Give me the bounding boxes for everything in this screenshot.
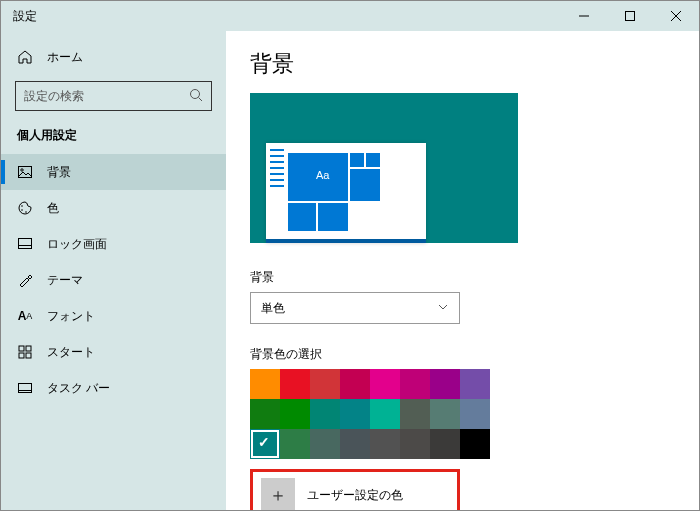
color-swatch[interactable] [340,429,370,459]
start-icon [17,344,33,360]
color-swatch[interactable] [460,429,490,459]
nav-item-label: タスク バー [47,380,110,397]
nav-item-label: テーマ [47,272,83,289]
swatch-label: 背景色の選択 [250,346,675,363]
color-swatch[interactable] [460,369,490,399]
color-swatch[interactable] [370,369,400,399]
color-swatch[interactable] [340,399,370,429]
close-button[interactable] [653,1,699,31]
nav-item-3[interactable]: テーマ [1,262,226,298]
color-swatch[interactable] [280,399,310,429]
svg-point-9 [21,209,23,211]
section-title: 個人用設定 [1,123,226,154]
svg-rect-12 [19,246,32,249]
color-swatch[interactable] [370,399,400,429]
svg-rect-17 [19,384,32,393]
color-swatch[interactable] [310,429,340,459]
nav-item-label: フォント [47,308,95,325]
color-swatch[interactable] [310,369,340,399]
nav-item-label: スタート [47,344,95,361]
svg-point-7 [21,169,23,171]
main-content: 背景 Aa 背景 単色 背景色の選択 [226,31,699,510]
color-swatch[interactable] [460,399,490,429]
home-label: ホーム [47,49,83,66]
window-title: 設定 [13,8,561,25]
search-icon [189,88,203,105]
color-swatch[interactable] [400,429,430,459]
background-preview: Aa [250,93,518,243]
nav-item-6[interactable]: タスク バー [1,370,226,406]
color-swatch[interactable] [250,429,280,459]
color-swatch[interactable] [250,369,280,399]
svg-rect-14 [26,346,31,351]
nav-item-label: ロック画面 [47,236,107,253]
picture-icon [17,164,33,180]
preview-sample-window: Aa [266,143,426,243]
svg-rect-1 [626,12,635,21]
color-swatch[interactable] [280,429,310,459]
color-swatch[interactable] [370,429,400,459]
sidebar: ホーム 設定の検索 個人用設定 背景色ロック画面テーマAAフォントスタートタスク… [1,31,226,510]
svg-rect-13 [19,346,24,351]
custom-color-row: ＋ ユーザー設定の色 [250,469,460,510]
background-type-dropdown[interactable]: 単色 [250,292,460,324]
page-title: 背景 [250,49,675,79]
taskbar-icon [17,380,33,396]
color-swatch[interactable] [430,429,460,459]
color-swatch[interactable] [400,369,430,399]
svg-point-4 [191,89,200,98]
maximize-button[interactable] [607,1,653,31]
font-icon: AA [17,308,33,324]
nav-item-5[interactable]: スタート [1,334,226,370]
svg-rect-16 [26,353,31,358]
svg-point-10 [25,211,27,213]
palette-icon [17,200,33,216]
preview-aa: Aa [316,169,329,181]
svg-line-5 [199,97,203,101]
search-input[interactable]: 設定の検索 [15,81,212,111]
chevron-down-icon [437,301,449,316]
nav-item-4[interactable]: AAフォント [1,298,226,334]
color-swatch[interactable] [310,399,340,429]
nav-item-2[interactable]: ロック画面 [1,226,226,262]
color-swatch[interactable] [250,399,280,429]
plus-icon: ＋ [269,483,287,507]
nav-item-1[interactable]: 色 [1,190,226,226]
home-icon [17,49,33,65]
titlebar: 設定 [1,1,699,31]
lock-screen-icon [17,236,33,252]
search-placeholder: 設定の検索 [24,88,84,105]
nav-item-0[interactable]: 背景 [1,154,226,190]
minimize-button[interactable] [561,1,607,31]
dropdown-value: 単色 [261,300,285,317]
color-swatch-grid [250,369,675,459]
color-swatch[interactable] [430,399,460,429]
home-link[interactable]: ホーム [1,39,226,75]
custom-color-label: ユーザー設定の色 [307,487,403,504]
background-type-label: 背景 [250,269,675,286]
svg-rect-11 [19,239,32,249]
nav-item-label: 背景 [47,164,71,181]
nav-item-label: 色 [47,200,59,217]
color-swatch[interactable] [280,369,310,399]
theme-icon [17,272,33,288]
color-swatch[interactable] [340,369,370,399]
color-swatch[interactable] [400,399,430,429]
svg-rect-6 [19,167,32,178]
add-custom-color-button[interactable]: ＋ [261,478,295,510]
color-swatch[interactable] [430,369,460,399]
svg-point-8 [21,205,23,207]
svg-rect-15 [19,353,24,358]
